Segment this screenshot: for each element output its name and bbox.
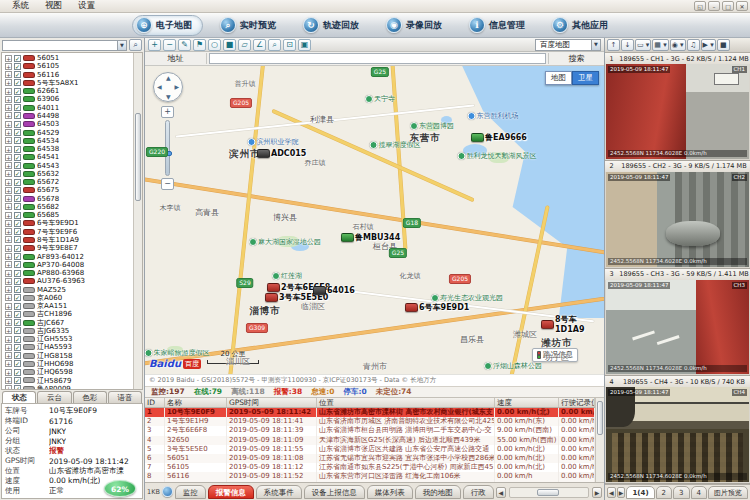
page-right-icon[interactable]: ▶	[617, 487, 626, 498]
vehicle-tree-item[interactable]: +✓64541	[5, 153, 132, 161]
expand-icon[interactable]: +	[5, 278, 12, 285]
expand-icon[interactable]: +	[5, 187, 12, 194]
expand-icon[interactable]: +	[5, 245, 12, 252]
checkbox[interactable]: ✓	[14, 369, 21, 376]
checkbox[interactable]: ✓	[14, 245, 21, 252]
checkbox[interactable]: ✓	[14, 336, 21, 343]
tab-设备上报信息[interactable]: 设备上报信息	[304, 485, 365, 499]
expand-icon[interactable]: +	[5, 253, 12, 260]
checkbox[interactable]: ✓	[14, 385, 21, 390]
tree-scrollbar[interactable]	[133, 53, 142, 389]
checkbox[interactable]: ✓	[14, 278, 21, 285]
vehicle-marker[interactable]: 鲁EA9666	[471, 132, 527, 143]
pan-right-icon[interactable]: ▶	[174, 83, 179, 90]
expand-icon[interactable]: +	[5, 270, 12, 277]
window-maximize-button[interactable]: □	[722, 1, 734, 11]
video-thumbnail[interactable]: 2019-05-09 18:11:47CH32452.5568N 11734.6…	[606, 280, 749, 375]
checkbox[interactable]: ✓	[14, 311, 21, 318]
table-row[interactable]: 4326502019-05-09 18:11:09天津市滨海新区G25(长深高速…	[145, 436, 595, 445]
play-icon[interactable]: ▶ ▾	[701, 39, 716, 51]
scroll-thumb[interactable]	[537, 489, 559, 496]
expand-icon[interactable]: +	[5, 162, 12, 169]
table-row[interactable]: 32号车6E6F82019-05-09 18:11:39山东省淄博市桓台县田明路…	[145, 426, 595, 435]
expand-icon[interactable]: +	[5, 121, 12, 128]
vehicle-tree-item[interactable]: +✓65678	[5, 195, 132, 203]
checkbox[interactable]: ✓	[14, 104, 21, 111]
toolbar-map-button[interactable]: ⊕电子地图	[132, 15, 203, 36]
vehicle-tree-item[interactable]: +✓64543	[5, 161, 132, 169]
video-feed[interactable]: 3189655 - CH3 - 3G - 59 KB/S / 1.411 MB2…	[605, 269, 750, 377]
expand-icon[interactable]: +	[5, 352, 12, 359]
menu-item[interactable]: 设置	[70, 0, 103, 12]
tab-云台[interactable]: 云台	[37, 391, 71, 403]
pan-up-icon[interactable]: ↑	[607, 39, 620, 51]
toolbar-info-management-button[interactable]: ℹ信息管理	[466, 15, 535, 36]
checkbox[interactable]: ✓	[14, 352, 21, 359]
tab-语音[interactable]: 语音	[108, 391, 142, 403]
full-extent-icon[interactable]: ⊡	[283, 39, 296, 51]
checkbox[interactable]: ✓	[14, 212, 21, 219]
vehicle-tree-item[interactable]: +✓64538	[5, 145, 132, 153]
checkbox[interactable]: ✓	[14, 63, 21, 70]
search-button[interactable]: 搜索	[548, 53, 604, 64]
vehicle-filter-input[interactable]: ▼	[2, 40, 127, 51]
tab-媒体列表[interactable]: 媒体列表	[367, 485, 413, 499]
checkbox[interactable]: ✓	[14, 360, 21, 367]
area-search-icon[interactable]: ⌕	[268, 39, 281, 51]
vehicle-tree-item[interactable]: +✓56051	[5, 54, 132, 62]
search-icon[interactable]: ⌕	[129, 39, 142, 51]
snapshot-icon[interactable]: ◉ ▾	[670, 39, 686, 51]
checkbox[interactable]: ✓	[14, 195, 21, 202]
column-header[interactable]: 位置	[317, 398, 495, 407]
address-label[interactable]: 地址	[145, 53, 207, 64]
expand-icon[interactable]: +	[5, 261, 12, 268]
vehicle-tree-item[interactable]: +✓AP880-63968	[5, 269, 132, 277]
zoom-out-icon[interactable]: −	[161, 178, 174, 190]
checkbox[interactable]: ✓	[14, 71, 21, 78]
draw-polygon-icon[interactable]: ▱	[238, 39, 251, 51]
expand-icon[interactable]: +	[5, 311, 12, 318]
horizontal-scrollbar[interactable]	[509, 487, 589, 498]
checkbox[interactable]: ✓	[14, 303, 21, 310]
expand-icon[interactable]: +	[5, 369, 12, 376]
vehicle-tree-item[interactable]: +✓64503	[5, 120, 132, 128]
tab-系统事件[interactable]: 系统事件	[256, 485, 302, 499]
tab-状态[interactable]: 状态	[2, 391, 36, 403]
expand-icon[interactable]: +	[5, 96, 12, 103]
checkbox[interactable]: ✓	[14, 55, 21, 62]
expand-icon[interactable]: +	[5, 336, 12, 343]
checkbox[interactable]: ✓	[14, 137, 21, 144]
column-header[interactable]: 行驶记录仪速度	[559, 398, 595, 407]
video-tab-4[interactable]: 4	[691, 486, 707, 499]
checkbox[interactable]: ✓	[14, 88, 21, 95]
audio-icon[interactable]: ♫	[687, 39, 700, 51]
tab-报警信息[interactable]: 报警信息	[208, 485, 254, 499]
expand-icon[interactable]: +	[5, 303, 12, 310]
column-header[interactable]: 名称	[165, 398, 227, 407]
checkbox[interactable]: ✓	[14, 228, 21, 235]
scroll-thumb[interactable]	[135, 113, 141, 200]
map-viewport[interactable]: ▲ ▼ ◀ ▶ + − 地图卫星 路况信息 20 公里	[145, 66, 604, 374]
menu-item[interactable]: 视图	[37, 0, 70, 12]
expand-icon[interactable]: +	[5, 327, 12, 334]
stop-icon[interactable]: ■	[717, 39, 730, 51]
checkbox[interactable]: ✓	[14, 319, 21, 326]
tab-我的地图[interactable]: 我的地图	[415, 485, 461, 499]
checkbox[interactable]: ✓	[14, 96, 21, 103]
pan-up-icon[interactable]: ▲	[166, 74, 171, 81]
checkbox[interactable]: ✓	[14, 220, 21, 227]
vehicle-tree-item[interactable]: +✓65632	[5, 170, 132, 178]
vehicle-tree-item[interactable]: +✓5号车5A8X1	[5, 79, 132, 87]
expand-icon[interactable]: +	[5, 236, 12, 243]
checkbox[interactable]: ✓	[14, 286, 21, 293]
toolbar-other-apps-button[interactable]: ⚙其他应用	[549, 15, 618, 36]
expand-icon[interactable]: +	[5, 79, 12, 86]
layout-icon[interactable]: ▦ ▾	[652, 39, 668, 51]
video-feed[interactable]: 1189655 - CH1 - 3G - 62 KB/S / 1.124 MB2…	[605, 53, 750, 161]
vehicle-marker[interactable]: 鲁MBU344	[341, 232, 400, 243]
video-thumbnail[interactable]: 2019-05-09 18:11:47CH22452.5568N 11734.6…	[606, 172, 749, 267]
vehicle-tree-item[interactable]: +✓56105	[5, 62, 132, 70]
expand-icon[interactable]: +	[5, 104, 12, 111]
vehicle-tree-item[interactable]: +✓AP370-64008	[5, 261, 132, 269]
checkbox[interactable]: ✓	[14, 270, 21, 277]
